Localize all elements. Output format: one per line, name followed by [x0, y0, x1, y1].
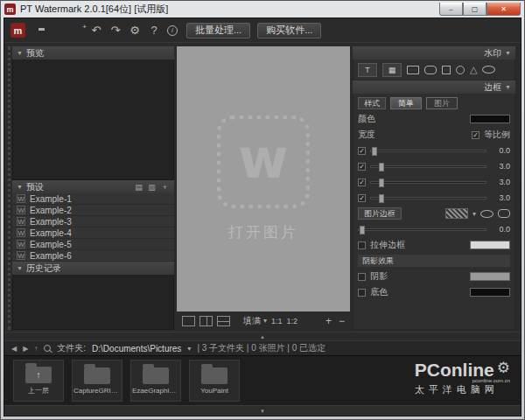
- split-view-icon[interactable]: [200, 316, 213, 326]
- border-tab-simple[interactable]: 简单: [390, 97, 422, 109]
- presets-section-header[interactable]: ▼ 预设 ▤ ▥ +: [12, 180, 174, 193]
- preset-item[interactable]: WExample-1: [12, 193, 174, 205]
- zoom-1-2-button[interactable]: 1:2: [287, 317, 298, 326]
- zoom-out-button[interactable]: −: [339, 315, 345, 327]
- up-folder-button[interactable]: ↑: [34, 345, 38, 353]
- border-width-slider[interactable]: [370, 181, 486, 184]
- pconline-brand-text: PConline: [415, 360, 494, 379]
- slider-knob[interactable]: [379, 194, 384, 203]
- zoom-1-1-button[interactable]: 1:1: [271, 317, 283, 326]
- add-preset-icon[interactable]: +: [160, 183, 170, 192]
- maximize-button[interactable]: ▢: [463, 3, 486, 16]
- square-shape-icon[interactable]: [442, 66, 451, 74]
- minimize-button[interactable]: –: [439, 3, 463, 16]
- open-image-placeholder[interactable]: 打开图片: [228, 222, 298, 242]
- watermark-tools-row: T ▦ △: [353, 60, 515, 80]
- watermark-section-header[interactable]: 水印 ▼: [353, 46, 515, 60]
- slider-checkbox[interactable]: ✓: [358, 163, 366, 171]
- rounded-rect-shape-icon[interactable]: [424, 66, 437, 74]
- preset-item[interactable]: WExample-5: [12, 239, 174, 250]
- frame-rounded-icon[interactable]: [498, 209, 510, 218]
- slider-knob[interactable]: [379, 178, 384, 187]
- folder-thumbnail[interactable]: CaptureGRID 4: [72, 360, 122, 402]
- preset-item[interactable]: WExample-6: [12, 250, 174, 262]
- preset-label: Example-4: [30, 228, 72, 238]
- folder-thumbnail[interactable]: EzaeGraphicD...: [130, 360, 181, 402]
- redo-button[interactable]: ↷: [109, 24, 122, 37]
- about-button[interactable]: i: [167, 25, 179, 36]
- background-checkbox[interactable]: [358, 289, 366, 297]
- slider-knob[interactable]: [372, 147, 377, 156]
- forward-button[interactable]: ▶: [23, 345, 28, 353]
- settings-button[interactable]: ⚙: [129, 24, 141, 37]
- add-image-watermark-button[interactable]: ▦: [382, 63, 402, 77]
- chevron-down-icon[interactable]: ▾: [187, 345, 191, 353]
- ellipse-shape-icon[interactable]: [482, 66, 495, 74]
- filmstrip-collapse-handle[interactable]: ▼: [4, 405, 521, 416]
- border-section-header[interactable]: 边框 ▼: [353, 80, 515, 94]
- history-section-header[interactable]: ▼ 历史记录: [12, 262, 174, 275]
- slider-checkbox[interactable]: ✓: [358, 178, 366, 186]
- batch-process-button[interactable]: 批量处理...: [186, 23, 250, 38]
- preset-item[interactable]: WExample-4: [12, 228, 174, 239]
- frame-size-slider[interactable]: [358, 228, 486, 231]
- minimize-icon: –: [449, 5, 452, 13]
- folder-thumbnail-up[interactable]: ↑ 上一层: [13, 360, 64, 402]
- collapse-triangle-icon: ▼: [505, 50, 511, 56]
- undo-button[interactable]: ↶: [90, 24, 102, 37]
- circle-shape-icon[interactable]: [456, 66, 465, 74]
- stretch-checkbox[interactable]: [358, 242, 366, 249]
- watermark-header-label: 水印: [484, 47, 501, 60]
- presets-header-tools: ▤ ▥ +: [134, 183, 170, 192]
- back-button[interactable]: ◀: [11, 345, 17, 353]
- fit-mode-dropdown[interactable]: 填满 ▾: [243, 315, 267, 327]
- canvas-column: w 打开图片 填满 ▾ 1:1 1:2 + −: [177, 46, 350, 330]
- slider-checkbox[interactable]: ✓: [358, 147, 366, 155]
- folder-thumbnail[interactable]: YouPaint: [189, 360, 240, 402]
- single-view-icon[interactable]: [182, 316, 195, 326]
- image-canvas[interactable]: w 打开图片: [177, 46, 350, 312]
- slider-knob[interactable]: [379, 163, 384, 172]
- preset-label: Example-2: [30, 206, 72, 215]
- help-button[interactable]: ?: [148, 24, 160, 37]
- add-text-watermark-button[interactable]: T: [358, 63, 377, 77]
- preset-item[interactable]: WExample-3: [12, 216, 174, 228]
- history-panel: [12, 275, 174, 330]
- frame-ellipse-icon[interactable]: [480, 210, 494, 218]
- search-icon[interactable]: [44, 345, 51, 352]
- grid-view-icon[interactable]: [217, 316, 230, 326]
- shadow-color-swatch[interactable]: [470, 272, 510, 281]
- slider-checkbox[interactable]: ✓: [358, 194, 366, 202]
- watermark-preset-icon: W: [17, 228, 25, 237]
- lock-ratio-checkbox[interactable]: ✓: [472, 131, 480, 139]
- fit-mode-label: 填满: [243, 315, 261, 327]
- stretch-color-swatch[interactable]: [470, 241, 510, 249]
- border-width-label: 宽度: [358, 129, 375, 141]
- folder-up-icon: ↑: [25, 367, 52, 383]
- current-folder-path[interactable]: D:\Documents\Pictures: [92, 344, 181, 354]
- slider-knob[interactable]: [360, 226, 365, 234]
- border-tab-image[interactable]: 图片: [426, 97, 458, 109]
- zoom-in-button[interactable]: +: [326, 315, 332, 327]
- rectangle-shape-icon[interactable]: [407, 66, 419, 74]
- close-button[interactable]: ✕: [486, 3, 521, 16]
- background-color-swatch[interactable]: [470, 288, 510, 297]
- border-width-slider[interactable]: [370, 197, 486, 200]
- border-width-slider[interactable]: [370, 165, 486, 168]
- history-header-label: 历史记录: [26, 262, 61, 275]
- triangle-shape-icon[interactable]: △: [470, 65, 477, 74]
- panel-collapse-handle[interactable]: ▲: [4, 332, 521, 340]
- preview-section-header[interactable]: ▼ 预览: [12, 46, 174, 60]
- import-preset-icon[interactable]: ▤: [134, 183, 144, 192]
- shadow-checkbox[interactable]: [358, 273, 366, 281]
- preset-item[interactable]: WExample-2: [12, 205, 174, 216]
- folder-label: 文件夹:: [57, 342, 86, 354]
- border-color-swatch[interactable]: [470, 115, 510, 123]
- border-settings-panel: 样式 简单 图片 颜色 宽度 ✓ 等比例 ✓: [353, 94, 515, 330]
- export-preset-icon[interactable]: ▥: [147, 183, 157, 192]
- border-width-slider[interactable]: [370, 150, 486, 152]
- chevron-down-icon: ▾: [472, 210, 476, 218]
- frame-pattern-swatch[interactable]: [445, 208, 468, 219]
- border-color-row: 颜色: [358, 113, 510, 125]
- buy-software-button[interactable]: 购买软件...: [257, 23, 321, 38]
